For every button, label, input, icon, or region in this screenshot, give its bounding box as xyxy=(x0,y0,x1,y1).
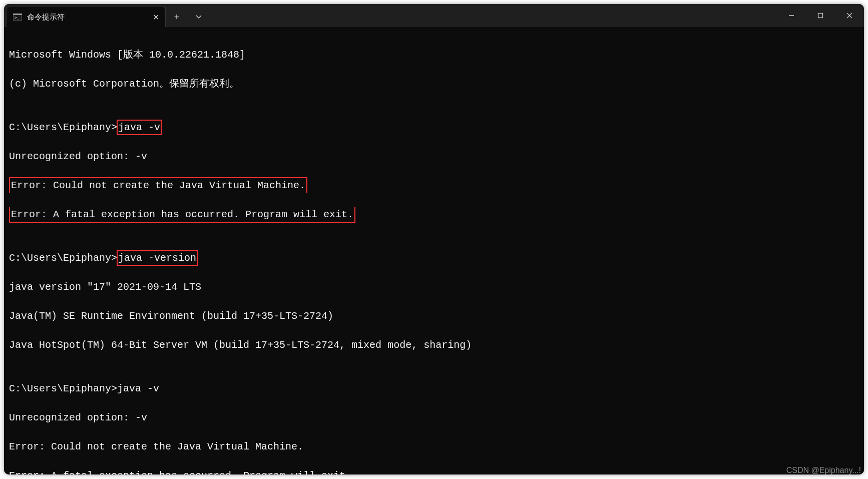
output-line: Error: A fatal exception has occurred. P… xyxy=(9,207,859,222)
svg-text:>_: >_ xyxy=(15,16,20,20)
prompt-text: C:\Users\Epiphany> xyxy=(9,383,117,394)
maximize-icon xyxy=(817,13,823,19)
close-button[interactable] xyxy=(835,4,864,27)
prompt-line: C:\Users\Epiphany>java -v xyxy=(9,381,859,396)
cmd-icon: >_ xyxy=(13,14,22,21)
error-highlight-top: Error: Could not create the Java Virtual… xyxy=(9,177,307,193)
chevron-down-icon xyxy=(195,14,202,21)
maximize-button[interactable] xyxy=(806,4,835,27)
new-tab-button[interactable]: + xyxy=(165,7,188,27)
titlebar[interactable]: >_ 命令提示符 ✕ + xyxy=(4,4,864,27)
terminal-window: >_ 命令提示符 ✕ + xyxy=(4,4,864,474)
tab-cmd[interactable]: >_ 命令提示符 ✕ xyxy=(7,7,165,27)
output-line: Error: Could not create the Java Virtual… xyxy=(9,439,859,454)
output-line: java version "17" 2021-09-14 LTS xyxy=(9,280,859,294)
output-line: Error: Could not create the Java Virtual… xyxy=(9,178,859,193)
cmd-highlight-1: java -v xyxy=(117,120,161,135)
svg-rect-1 xyxy=(13,14,22,15)
banner-line: (c) Microsoft Corporation。保留所有权利。 xyxy=(9,77,859,91)
close-icon xyxy=(846,13,852,19)
minimize-icon xyxy=(788,13,794,19)
terminal-body[interactable]: Microsoft Windows [版本 10.0.22621.1848] (… xyxy=(4,27,864,474)
output-line: Java(TM) SE Runtime Environment (build 1… xyxy=(9,309,859,323)
output-line: Error: A fatal exception has occurred. P… xyxy=(9,468,859,474)
error-highlight-bottom: Error: A fatal exception has occurred. P… xyxy=(9,207,355,223)
prompt-line: C:\Users\Epiphany>java -v xyxy=(9,120,859,135)
minimize-button[interactable] xyxy=(777,4,806,27)
cmd-highlight-2: java -version xyxy=(117,251,197,265)
prompt-line: C:\Users\Epiphany>java -version xyxy=(9,251,859,265)
output-line: Java HotSpot(TM) 64-Bit Server VM (build… xyxy=(9,338,859,352)
output-line: Unrecognized option: -v xyxy=(9,149,859,164)
svg-rect-4 xyxy=(818,14,823,18)
tab-title: 命令提示符 xyxy=(27,13,148,22)
tab-close-button[interactable]: ✕ xyxy=(148,10,163,25)
prompt-text: C:\Users\Epiphany> xyxy=(9,252,117,264)
output-line: Unrecognized option: -v xyxy=(9,410,859,425)
banner-line: Microsoft Windows [版本 10.0.22621.1848] xyxy=(9,48,859,62)
tab-dropdown-button[interactable] xyxy=(188,7,210,27)
cmd-text: java -v xyxy=(117,383,159,394)
watermark: CSDN @Epiphany...! xyxy=(786,466,861,475)
prompt-text: C:\Users\Epiphany> xyxy=(9,122,117,133)
window-controls xyxy=(777,4,864,27)
